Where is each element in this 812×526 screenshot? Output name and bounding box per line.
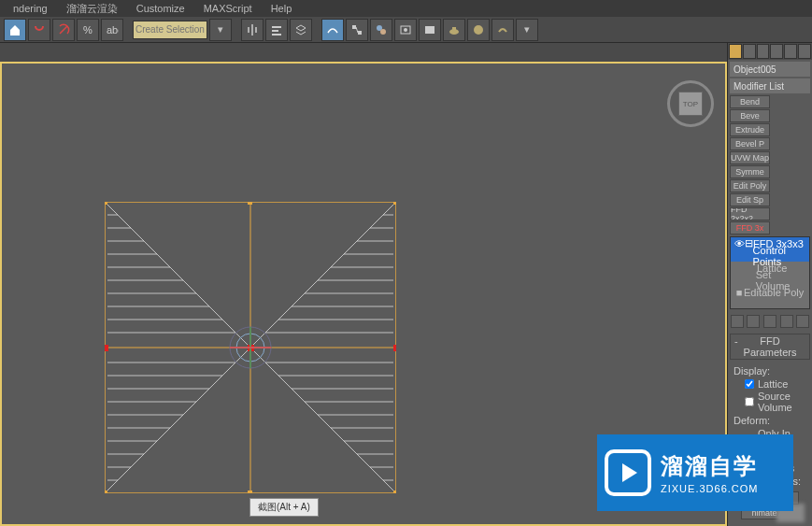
watermark: 溜溜自学 ZIXUE.3D66.COM <box>597 434 793 511</box>
main-menubar: ndering 溜溜云渲染 Customize MAXScript Help <box>0 0 812 17</box>
make-unique-icon[interactable] <box>763 315 776 328</box>
mirror-icon[interactable] <box>241 19 264 41</box>
svg-rect-63 <box>105 490 107 493</box>
render-icon[interactable] <box>467 19 490 41</box>
stack-toolbar <box>730 313 810 330</box>
watermark-title: 溜溜自学 <box>661 451 758 481</box>
modify-tab-icon[interactable] <box>743 44 756 59</box>
menu-maxscript[interactable]: MAXScript <box>194 3 262 14</box>
watermark-url: ZIXUE.3D66.COM <box>661 483 758 494</box>
svg-text:abc: abc <box>107 24 119 36</box>
modifier-list-dropdown[interactable]: Modifier List <box>730 78 810 93</box>
menu-rendering[interactable]: ndering <box>4 3 57 14</box>
play-icon <box>605 449 651 496</box>
render-preset-icon[interactable] <box>491 19 514 41</box>
svg-marker-73 <box>622 463 637 482</box>
svg-rect-13 <box>452 27 456 30</box>
render-setup-icon[interactable] <box>394 19 417 41</box>
svg-rect-6 <box>358 31 362 35</box>
main-toolbar: % abc ▾ ▾ <box>0 17 812 43</box>
svg-rect-65 <box>393 490 396 493</box>
stack-editable-poly[interactable]: ■Editable Poly <box>731 286 809 298</box>
home-icon[interactable] <box>4 19 26 41</box>
svg-text:%: % <box>83 24 93 36</box>
svg-rect-2 <box>272 26 281 28</box>
svg-point-8 <box>380 29 386 35</box>
ffd-parameters-rollout[interactable]: -FFD Parameters <box>730 334 810 360</box>
teapot-render-icon[interactable] <box>443 19 465 41</box>
menu-cloud-render[interactable]: 溜溜云渲染 <box>57 2 127 16</box>
selection-set-input[interactable] <box>133 21 207 39</box>
stack-control-points[interactable]: Control Points <box>731 249 809 262</box>
viewcube[interactable]: TOP <box>667 80 714 127</box>
curve-editor-icon[interactable] <box>321 19 344 41</box>
object-name-field[interactable]: Object005 <box>730 62 810 77</box>
mod-edit-poly[interactable]: Edit Poly <box>730 179 770 192</box>
motion-tab-icon[interactable] <box>770 44 783 59</box>
remove-modifier-icon[interactable] <box>780 315 793 328</box>
svg-rect-61 <box>248 202 252 205</box>
show-end-result-icon[interactable] <box>747 315 760 328</box>
mod-edit-spline[interactable]: Edit Sp <box>730 193 770 206</box>
command-panel-tabs <box>728 43 812 60</box>
menu-help[interactable]: Help <box>262 3 302 14</box>
deform-label: Deform: <box>734 415 806 426</box>
svg-rect-66 <box>105 345 108 351</box>
render-dropdown-icon[interactable]: ▾ <box>516 19 538 41</box>
spinner-snap-icon[interactable]: abc <box>101 19 123 41</box>
utilities-tab-icon[interactable] <box>798 44 811 59</box>
viewcube-face[interactable]: TOP <box>678 92 703 116</box>
modifier-stack[interactable]: 👁⊟FFD 3x3x3 Control Points Lattice Set V… <box>730 236 810 309</box>
svg-point-10 <box>404 28 407 32</box>
schematic-view-icon[interactable] <box>346 19 368 41</box>
screenshot-tooltip: 截图(Alt + A) <box>249 498 319 517</box>
mod-symmetry[interactable]: Symme <box>730 165 770 178</box>
configure-sets-icon[interactable] <box>796 315 809 328</box>
svg-rect-3 <box>272 30 278 32</box>
selection-set-dropdown-icon[interactable]: ▾ <box>209 19 232 41</box>
mod-ffd-2x2x2[interactable]: FFD 2x2x2 <box>730 207 770 220</box>
svg-rect-64 <box>248 490 252 493</box>
snap-toggle-icon[interactable] <box>28 19 50 41</box>
svg-rect-4 <box>272 34 281 36</box>
angle-snap-icon[interactable] <box>52 19 75 41</box>
mod-ffd-3x3x3[interactable]: FFD 3x <box>730 221 770 235</box>
svg-rect-60 <box>105 202 107 205</box>
mod-uvw-map[interactable]: UVW Map <box>730 151 770 164</box>
render-frame-icon[interactable] <box>419 19 441 41</box>
material-editor-icon[interactable] <box>370 19 392 41</box>
svg-rect-11 <box>425 26 434 34</box>
create-tab-icon[interactable] <box>729 44 742 59</box>
svg-rect-62 <box>393 202 396 205</box>
mod-extrude[interactable]: Extrude <box>730 123 770 136</box>
lattice-checkbox[interactable]: Lattice <box>745 378 806 390</box>
mod-bevel-profile[interactable]: Bevel P <box>730 137 770 150</box>
source-volume-checkbox[interactable]: Source Volume <box>745 391 806 413</box>
align-icon[interactable] <box>265 19 288 41</box>
svg-point-14 <box>474 25 483 35</box>
svg-rect-68 <box>393 345 396 351</box>
mod-bevel[interactable]: Beve <box>730 109 770 122</box>
layers-icon[interactable] <box>290 19 312 41</box>
menu-customize[interactable]: Customize <box>127 3 194 14</box>
stack-set-volume[interactable]: Set Volume <box>731 274 809 286</box>
modifier-buttons: Bend Beve Extrude Bevel P UVW Map Symme … <box>728 95 812 235</box>
svg-rect-5 <box>352 25 356 29</box>
mod-bend[interactable]: Bend <box>730 95 770 108</box>
pin-stack-icon[interactable] <box>731 315 744 328</box>
percent-snap-icon[interactable]: % <box>77 19 99 41</box>
ffd-geometry[interactable] <box>105 202 396 493</box>
display-tab-icon[interactable] <box>784 44 797 59</box>
hierarchy-tab-icon[interactable] <box>757 44 770 59</box>
display-label: Display: <box>734 365 806 377</box>
